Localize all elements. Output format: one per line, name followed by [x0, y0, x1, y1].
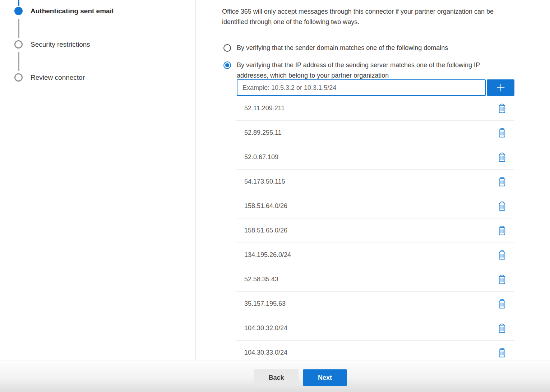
ip-list-row: 52.89.255.11: [236, 121, 514, 145]
trash-icon: [498, 250, 506, 260]
ip-list-row: 52.0.67.109: [236, 145, 514, 170]
trash-icon: [498, 323, 506, 333]
ip-address-value: 104.30.33.0/24: [244, 349, 287, 356]
step-indicator-active-icon: [14, 7, 23, 15]
wizard-footer: Back Next: [0, 360, 550, 392]
trash-icon: [498, 275, 506, 285]
delete-ip-button[interactable]: [498, 152, 506, 162]
connector-wizard-page: Authenticating sent email Security restr…: [0, 0, 550, 392]
radio-option-label: By verifying that the sender domain matc…: [237, 43, 448, 53]
ip-address-value: 158.51.64.0/26: [244, 202, 287, 210]
ip-address-value: 54.173.50.115: [244, 178, 285, 185]
ip-address-value: 104.30.32.0/24: [244, 324, 287, 332]
next-button[interactable]: Next: [303, 369, 347, 386]
radio-selected-icon[interactable]: [223, 61, 231, 69]
radio-unselected-icon[interactable]: [223, 44, 231, 52]
ip-address-value: 134.195.26.0/24: [244, 251, 291, 259]
trash-icon: [498, 152, 506, 162]
page-description: Office 365 will only accept messages thr…: [222, 6, 550, 27]
wizard-step-security-restrictions: Security restrictions: [31, 41, 90, 49]
ip-list-row: 52.58.35.43: [236, 267, 514, 292]
delete-ip-button[interactable]: [498, 250, 506, 260]
step-connector-line: [18, 52, 19, 71]
delete-ip-button[interactable]: [498, 226, 506, 236]
description-line: identified through one of the following …: [222, 17, 550, 27]
description-line: Office 365 will only accept messages thr…: [222, 6, 550, 17]
delete-ip-button[interactable]: [498, 348, 506, 358]
delete-ip-button[interactable]: [498, 177, 506, 187]
delete-ip-button[interactable]: [498, 201, 506, 211]
step-indicator-icon: [14, 40, 23, 49]
ip-list-row: 35.157.195.63: [236, 292, 514, 316]
trash-icon: [498, 201, 506, 211]
trash-icon: [498, 226, 506, 236]
ip-address-value: 52.89.255.11: [244, 129, 282, 137]
step-indicator-icon: [14, 73, 23, 82]
delete-ip-button[interactable]: [498, 128, 506, 138]
delete-ip-button[interactable]: [498, 299, 506, 309]
radio-option-label: By verifying that the IP address of the …: [237, 60, 480, 81]
ip-list-row: 54.173.50.115: [236, 170, 514, 194]
ip-list-row: 104.30.32.0/24: [236, 316, 514, 341]
ip-address-value: 52.0.67.109: [244, 153, 278, 161]
wizard-steps-sidebar: Authenticating sent email Security restr…: [0, 0, 196, 360]
radio-option-label-line: By verifying that the IP address of the …: [237, 60, 480, 70]
ip-address-list: 52.11.209.211 52.89.255.11: [236, 96, 514, 365]
plus-icon: [496, 83, 505, 92]
radio-dot: [225, 63, 229, 67]
trash-icon: [498, 299, 506, 309]
ip-list-row: 158.51.65.0/26: [236, 218, 514, 243]
back-button[interactable]: Back: [254, 369, 299, 386]
ip-address-value: 35.157.195.63: [244, 300, 286, 308]
ip-list-row: 158.51.64.0/26: [236, 194, 514, 218]
delete-ip-button[interactable]: [498, 323, 506, 333]
ip-list-row: 134.195.26.0/24: [236, 243, 514, 267]
wizard-step-review-connector: Review connector: [31, 74, 85, 82]
add-ip-button[interactable]: [487, 79, 514, 96]
ip-address-value: 52.58.35.43: [244, 276, 278, 283]
wizard-step-authenticating-sent-email: Authenticating sent email: [31, 7, 114, 15]
step-connector-line: [18, 19, 19, 38]
trash-icon: [498, 128, 506, 138]
ip-address-value: 52.11.209.211: [244, 105, 285, 112]
ip-list-row: 52.11.209.211: [236, 96, 514, 121]
ip-address-value: 158.51.65.0/26: [244, 227, 287, 234]
delete-ip-button[interactable]: [498, 103, 506, 114]
trash-icon: [498, 103, 506, 114]
ip-address-input[interactable]: [237, 79, 486, 96]
trash-icon: [498, 177, 506, 187]
delete-ip-button[interactable]: [498, 275, 506, 285]
step-connector-line-completed: [18, 0, 19, 6]
radio-option-sender-domain[interactable]: By verifying that the sender domain matc…: [223, 43, 448, 53]
radio-option-ip-address[interactable]: By verifying that the IP address of the …: [223, 60, 480, 81]
trash-icon: [498, 348, 506, 358]
